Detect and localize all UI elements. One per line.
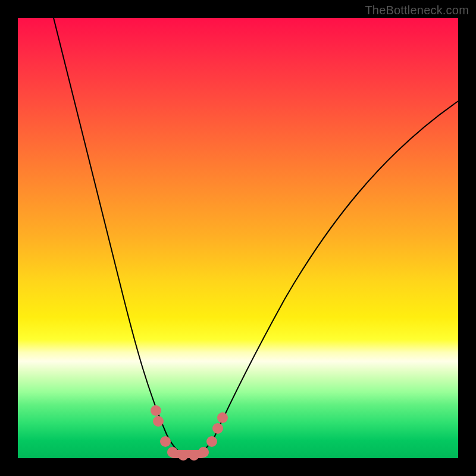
plot-area: [18, 18, 458, 458]
valley-markers: [151, 405, 228, 461]
marker-dot: [212, 423, 223, 434]
marker-dot: [151, 405, 161, 416]
marker-dot: [189, 450, 199, 461]
bottleneck-curve: [54, 18, 458, 455]
marker-dot: [206, 436, 217, 447]
marker-dot: [178, 450, 189, 461]
watermark-text: TheBottleneck.com: [365, 4, 469, 17]
curve-svg: [18, 18, 458, 458]
marker-dot: [167, 447, 178, 458]
marker-dot: [153, 416, 164, 427]
marker-dot: [198, 447, 209, 458]
chart-frame: TheBottleneck.com: [0, 0, 476, 476]
marker-dot: [160, 436, 171, 447]
marker-dot: [217, 412, 228, 423]
